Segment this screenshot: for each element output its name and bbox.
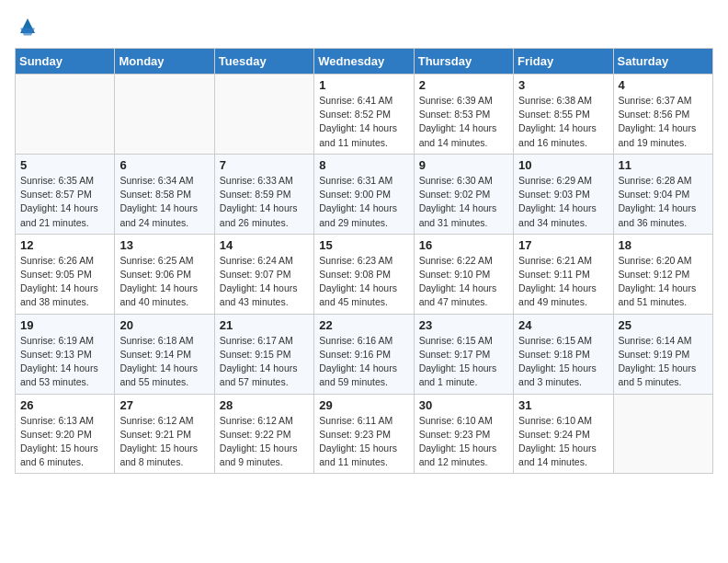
day-info: Sunrise: 6:17 AM Sunset: 9:15 PM Dayligh…: [220, 334, 309, 390]
calendar-cell: 25Sunrise: 6:14 AM Sunset: 9:19 PM Dayli…: [613, 314, 712, 394]
day-info: Sunrise: 6:29 AM Sunset: 9:03 PM Dayligh…: [518, 174, 608, 230]
day-info: Sunrise: 6:34 AM Sunset: 8:58 PM Dayligh…: [119, 174, 209, 230]
day-info: Sunrise: 6:22 AM Sunset: 9:10 PM Dayligh…: [419, 254, 508, 310]
calendar-cell: 21Sunrise: 6:17 AM Sunset: 9:15 PM Dayli…: [214, 314, 313, 394]
calendar-cell: 30Sunrise: 6:10 AM Sunset: 9:23 PM Dayli…: [414, 394, 513, 474]
calendar-body: 1Sunrise: 6:41 AM Sunset: 8:52 PM Daylig…: [16, 75, 713, 474]
calendar-cell: 17Sunrise: 6:21 AM Sunset: 9:11 PM Dayli…: [514, 234, 613, 314]
day-number: 24: [518, 318, 608, 332]
day-info: Sunrise: 6:20 AM Sunset: 9:12 PM Dayligh…: [619, 254, 708, 310]
day-number: 29: [319, 398, 408, 412]
day-info: Sunrise: 6:35 AM Sunset: 8:57 PM Dayligh…: [20, 174, 109, 230]
calendar-cell: 29Sunrise: 6:11 AM Sunset: 9:23 PM Dayli…: [314, 394, 414, 474]
day-number: 30: [419, 398, 508, 412]
day-number: 15: [319, 238, 408, 252]
calendar-week-row: 19Sunrise: 6:19 AM Sunset: 9:13 PM Dayli…: [16, 314, 713, 394]
day-number: 3: [518, 78, 608, 92]
calendar-cell: 1Sunrise: 6:41 AM Sunset: 8:52 PM Daylig…: [314, 75, 414, 155]
calendar-cell: 5Sunrise: 6:35 AM Sunset: 8:57 PM Daylig…: [16, 154, 115, 234]
calendar-cell: 28Sunrise: 6:12 AM Sunset: 9:22 PM Dayli…: [214, 394, 313, 474]
day-info: Sunrise: 6:23 AM Sunset: 9:08 PM Dayligh…: [319, 254, 408, 310]
day-info: Sunrise: 6:18 AM Sunset: 9:14 PM Dayligh…: [119, 334, 209, 390]
day-info: Sunrise: 6:13 AM Sunset: 9:20 PM Dayligh…: [20, 414, 109, 470]
day-number: 17: [518, 238, 608, 252]
calendar-week-row: 12Sunrise: 6:26 AM Sunset: 9:05 PM Dayli…: [16, 234, 713, 314]
calendar-cell: [214, 75, 313, 155]
calendar-cell: 31Sunrise: 6:10 AM Sunset: 9:24 PM Dayli…: [514, 394, 613, 474]
day-number: 2: [419, 78, 508, 92]
day-number: 31: [518, 398, 608, 412]
day-number: 28: [220, 398, 309, 412]
day-of-week-header: Tuesday: [214, 49, 313, 75]
calendar-cell: 9Sunrise: 6:30 AM Sunset: 9:02 PM Daylig…: [414, 154, 513, 234]
calendar-cell: 2Sunrise: 6:39 AM Sunset: 8:53 PM Daylig…: [414, 75, 513, 155]
day-number: 7: [220, 158, 309, 172]
day-info: Sunrise: 6:15 AM Sunset: 9:17 PM Dayligh…: [419, 334, 508, 390]
day-info: Sunrise: 6:41 AM Sunset: 8:52 PM Dayligh…: [319, 94, 408, 150]
calendar-cell: 10Sunrise: 6:29 AM Sunset: 9:03 PM Dayli…: [514, 154, 613, 234]
calendar-cell: 6Sunrise: 6:34 AM Sunset: 8:58 PM Daylig…: [115, 154, 214, 234]
calendar-week-row: 1Sunrise: 6:41 AM Sunset: 8:52 PM Daylig…: [16, 75, 713, 155]
calendar-week-row: 5Sunrise: 6:35 AM Sunset: 8:57 PM Daylig…: [16, 154, 713, 234]
day-info: Sunrise: 6:10 AM Sunset: 9:24 PM Dayligh…: [518, 414, 608, 470]
calendar-cell: 12Sunrise: 6:26 AM Sunset: 9:05 PM Dayli…: [16, 234, 115, 314]
day-of-week-header: Thursday: [414, 49, 513, 75]
day-info: Sunrise: 6:39 AM Sunset: 8:53 PM Dayligh…: [419, 94, 508, 150]
day-of-week-header: Saturday: [613, 49, 712, 75]
calendar-cell: [613, 394, 712, 474]
day-number: 10: [518, 158, 608, 172]
calendar-cell: 20Sunrise: 6:18 AM Sunset: 9:14 PM Dayli…: [115, 314, 214, 394]
day-number: 1: [319, 78, 408, 92]
logo: [15, 15, 39, 37]
calendar-cell: [16, 75, 115, 155]
day-info: Sunrise: 6:25 AM Sunset: 9:06 PM Dayligh…: [119, 254, 209, 310]
day-number: 20: [119, 318, 209, 332]
day-number: 6: [119, 158, 209, 172]
day-info: Sunrise: 6:31 AM Sunset: 9:00 PM Dayligh…: [319, 174, 408, 230]
day-info: Sunrise: 6:14 AM Sunset: 9:19 PM Dayligh…: [619, 334, 708, 390]
calendar-cell: 3Sunrise: 6:38 AM Sunset: 8:55 PM Daylig…: [514, 75, 613, 155]
day-number: 26: [20, 398, 109, 412]
calendar-cell: 26Sunrise: 6:13 AM Sunset: 9:20 PM Dayli…: [16, 394, 115, 474]
day-info: Sunrise: 6:28 AM Sunset: 9:04 PM Dayligh…: [619, 174, 708, 230]
calendar-cell: 23Sunrise: 6:15 AM Sunset: 9:17 PM Dayli…: [414, 314, 513, 394]
day-number: 8: [319, 158, 408, 172]
day-info: Sunrise: 6:37 AM Sunset: 8:56 PM Dayligh…: [619, 94, 708, 150]
day-of-week-header: Wednesday: [314, 49, 414, 75]
day-info: Sunrise: 6:15 AM Sunset: 9:18 PM Dayligh…: [518, 334, 608, 390]
calendar-week-row: 26Sunrise: 6:13 AM Sunset: 9:20 PM Dayli…: [16, 394, 713, 474]
calendar-cell: 15Sunrise: 6:23 AM Sunset: 9:08 PM Dayli…: [314, 234, 414, 314]
day-number: 5: [20, 158, 109, 172]
calendar-cell: 13Sunrise: 6:25 AM Sunset: 9:06 PM Dayli…: [115, 234, 214, 314]
day-info: Sunrise: 6:33 AM Sunset: 8:59 PM Dayligh…: [220, 174, 309, 230]
calendar-cell: 4Sunrise: 6:37 AM Sunset: 8:56 PM Daylig…: [613, 75, 712, 155]
day-info: Sunrise: 6:12 AM Sunset: 9:22 PM Dayligh…: [220, 414, 309, 470]
day-of-week-header: Friday: [514, 49, 613, 75]
day-info: Sunrise: 6:24 AM Sunset: 9:07 PM Dayligh…: [220, 254, 309, 310]
calendar-cell: 14Sunrise: 6:24 AM Sunset: 9:07 PM Dayli…: [214, 234, 313, 314]
calendar-cell: 16Sunrise: 6:22 AM Sunset: 9:10 PM Dayli…: [414, 234, 513, 314]
day-info: Sunrise: 6:21 AM Sunset: 9:11 PM Dayligh…: [518, 254, 608, 310]
day-info: Sunrise: 6:12 AM Sunset: 9:21 PM Dayligh…: [119, 414, 209, 470]
calendar-cell: 22Sunrise: 6:16 AM Sunset: 9:16 PM Dayli…: [314, 314, 414, 394]
calendar-cell: 11Sunrise: 6:28 AM Sunset: 9:04 PM Dayli…: [613, 154, 712, 234]
calendar-cell: 18Sunrise: 6:20 AM Sunset: 9:12 PM Dayli…: [613, 234, 712, 314]
calendar-cell: 19Sunrise: 6:19 AM Sunset: 9:13 PM Dayli…: [16, 314, 115, 394]
day-number: 4: [619, 78, 708, 92]
calendar-cell: [115, 75, 214, 155]
calendar-cell: 24Sunrise: 6:15 AM Sunset: 9:18 PM Dayli…: [514, 314, 613, 394]
day-info: Sunrise: 6:11 AM Sunset: 9:23 PM Dayligh…: [319, 414, 408, 470]
day-info: Sunrise: 6:30 AM Sunset: 9:02 PM Dayligh…: [419, 174, 508, 230]
calendar-table: SundayMondayTuesdayWednesdayThursdayFrid…: [15, 48, 713, 474]
day-number: 9: [419, 158, 508, 172]
day-number: 16: [419, 238, 508, 252]
calendar-cell: 8Sunrise: 6:31 AM Sunset: 9:00 PM Daylig…: [314, 154, 414, 234]
day-number: 22: [319, 318, 408, 332]
day-number: 23: [419, 318, 508, 332]
day-info: Sunrise: 6:10 AM Sunset: 9:23 PM Dayligh…: [419, 414, 508, 470]
day-number: 21: [220, 318, 309, 332]
day-number: 11: [619, 158, 708, 172]
calendar-cell: 7Sunrise: 6:33 AM Sunset: 8:59 PM Daylig…: [214, 154, 313, 234]
calendar-cell: 27Sunrise: 6:12 AM Sunset: 9:21 PM Dayli…: [115, 394, 214, 474]
calendar-header-row: SundayMondayTuesdayWednesdayThursdayFrid…: [16, 49, 713, 75]
